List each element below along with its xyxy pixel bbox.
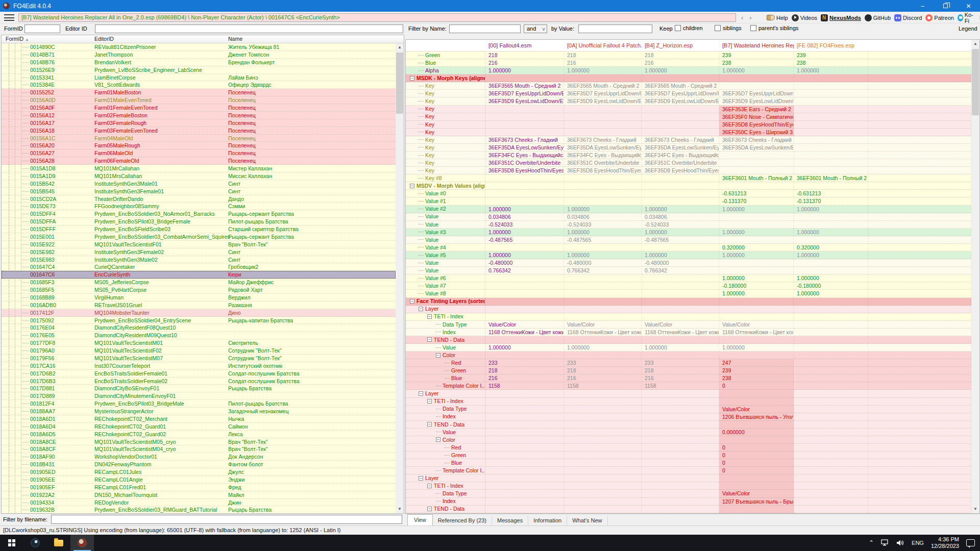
cell-plugin-value[interactable] bbox=[485, 313, 564, 321]
collapse-icon[interactable]: − bbox=[427, 422, 432, 427]
table-row[interactable]: 001685F5MS05_PvtHartCorpseРядовой Харт bbox=[2, 286, 396, 294]
cell-plugin-value[interactable] bbox=[642, 452, 719, 459]
cell-plugin-value[interactable] bbox=[642, 421, 719, 429]
cell-plugin-value[interactable] bbox=[485, 182, 564, 190]
cell-plugin-value[interactable] bbox=[794, 329, 868, 336]
record-node-row[interactable]: −TETI - Index bbox=[406, 313, 971, 321]
cell-plugin-value[interactable] bbox=[794, 444, 868, 452]
cell-plugin-value[interactable] bbox=[794, 121, 868, 129]
cell-plugin-value[interactable]: -0.487565 bbox=[485, 236, 564, 244]
cell-plugin-value[interactable] bbox=[719, 298, 794, 306]
cell-plugin-value[interactable] bbox=[719, 213, 794, 221]
toolbar-link-nexusmods[interactable]: NexusMods bbox=[821, 14, 861, 21]
record-field-row[interactable]: Red233233233247 bbox=[406, 359, 971, 367]
record-field-row[interactable]: Key36EF35D7 EyesUpprLidDown/Eye...36EF35… bbox=[406, 90, 971, 97]
cell-plugin-value[interactable]: 1.000000 bbox=[642, 206, 719, 213]
cell-plugin-value[interactable] bbox=[719, 352, 794, 359]
scroll-down-icon[interactable]: ▼ bbox=[396, 505, 404, 513]
editorid-input[interactable] bbox=[95, 24, 403, 33]
cell-plugin-value[interactable] bbox=[564, 459, 642, 467]
table-row[interactable]: 0015384EV81_ScottEdwardsОфицер Эдвардс bbox=[2, 81, 396, 89]
table-row[interactable]: 0017D6B3EncBoSTraitsSoldierFemale02Солда… bbox=[2, 378, 396, 385]
right-scrollbar[interactable]: ▲ ▼ bbox=[971, 40, 979, 513]
cell-plugin-value[interactable]: 36EF3565 Mouth - Средний 2 bbox=[642, 82, 719, 90]
minimize-button[interactable]: – bbox=[911, 0, 934, 12]
action-center-icon[interactable] bbox=[966, 539, 975, 546]
cell-plugin-value[interactable] bbox=[485, 352, 564, 359]
cell-plugin-value[interactable]: 1.000000 bbox=[719, 274, 794, 282]
cell-plugin-value[interactable]: 36EF3601 Mouth - Полный 2 bbox=[719, 174, 794, 182]
cell-plugin-value[interactable] bbox=[564, 290, 642, 297]
cell-plugin-value[interactable] bbox=[564, 506, 642, 513]
cell-plugin-value[interactable]: 1206 Въевшаяся пыль - Уголь... bbox=[719, 413, 794, 421]
cell-plugin-value[interactable]: 36EF3673 Cheeks - Гладкий bbox=[485, 136, 564, 144]
cell-plugin-value[interactable]: 36EF3673 Cheeks - Гладкий bbox=[642, 136, 719, 144]
cell-plugin-value[interactable] bbox=[564, 390, 642, 397]
cell-plugin-value[interactable]: 1.000000 bbox=[642, 67, 719, 74]
cell-plugin-value[interactable] bbox=[485, 413, 564, 421]
column-header-name[interactable]: Name bbox=[228, 36, 242, 42]
cell-plugin-value[interactable] bbox=[794, 374, 868, 382]
cell-plugin-value[interactable]: 1.000000 bbox=[719, 252, 794, 259]
cell-plugin-value[interactable] bbox=[794, 474, 868, 482]
cell-plugin-value[interactable]: 1.000000 bbox=[642, 229, 719, 236]
table-row[interactable]: 001526E9Prydwen_LvlBoSScribe_Engineer_La… bbox=[2, 66, 396, 74]
table-row[interactable]: 0016ADB0RETravelJS01GruelРазмазня bbox=[2, 302, 396, 309]
record-field-row[interactable]: Alpha1.0000001.0000001.0000001.0000001.0… bbox=[406, 67, 971, 74]
cell-plugin-value[interactable] bbox=[642, 406, 719, 413]
cell-plugin-value[interactable] bbox=[564, 190, 642, 197]
cell-plugin-value[interactable] bbox=[485, 506, 564, 513]
cell-plugin-value[interactable] bbox=[642, 459, 719, 467]
menu-icon[interactable] bbox=[4, 14, 14, 21]
cell-plugin-value[interactable]: -0.631213 bbox=[719, 190, 794, 197]
cell-plugin-value[interactable] bbox=[485, 197, 564, 205]
table-row[interactable]: 00156A1CFarm04MaleOldПоселенец bbox=[2, 135, 396, 142]
record-field-row[interactable]: Red0 bbox=[406, 444, 971, 452]
record-field-row[interactable]: Value-0.480000-0.480000-0.480000 bbox=[406, 259, 971, 267]
table-row[interactable]: 001905EFRECampLC01Fred01Фред bbox=[2, 484, 396, 491]
cell-plugin-value[interactable] bbox=[642, 390, 719, 397]
table-row[interactable]: 00156A27Farm06MaleOldПоселенец bbox=[2, 149, 396, 157]
cell-plugin-value[interactable] bbox=[564, 406, 642, 413]
table-row[interactable]: 00177DF8MQ101VaultTecScientistM01Смотрит… bbox=[2, 339, 396, 347]
cell-plugin-value[interactable]: 216 bbox=[642, 374, 719, 382]
cell-plugin-value[interactable]: 1207 Въевшаяся пыль - Брызги bbox=[719, 498, 794, 506]
cell-plugin-value[interactable]: 1.000000 bbox=[485, 229, 564, 236]
cell-plugin-value[interactable] bbox=[642, 244, 719, 252]
cell-plugin-value[interactable] bbox=[485, 306, 564, 313]
cell-plugin-value[interactable] bbox=[485, 244, 564, 252]
cell-plugin-value[interactable] bbox=[564, 467, 642, 474]
table-row[interactable]: 0015DFF4Prydwen_EncBoSSoldier03_NoArmor0… bbox=[2, 210, 396, 218]
cell-plugin-value[interactable] bbox=[564, 113, 642, 121]
table-row[interactable]: 0017CA16Inst307CourserTeleportИнститутск… bbox=[2, 362, 396, 370]
cell-plugin-value[interactable] bbox=[794, 113, 868, 121]
cell-plugin-value[interactable] bbox=[564, 452, 642, 459]
cell-plugin-value[interactable]: 0.034806 bbox=[485, 213, 564, 221]
cell-plugin-value[interactable] bbox=[794, 429, 868, 436]
cell-plugin-value[interactable]: 216 bbox=[485, 374, 564, 382]
cell-plugin-value[interactable]: 1.000000 bbox=[564, 229, 642, 236]
table-row[interactable]: 00156A0FFarm01FemaleEvenTonedПоселенец bbox=[2, 104, 396, 112]
record-field-row[interactable]: Key36EF34FC Eyes - Выдающийся 236EF34FC … bbox=[406, 152, 971, 159]
record-node-row[interactable]: −MSDK - Morph Keys (aligne... bbox=[406, 74, 971, 82]
cell-plugin-value[interactable] bbox=[794, 321, 868, 329]
cell-plugin-value[interactable] bbox=[794, 306, 868, 313]
cell-plugin-value[interactable]: -0.480000 bbox=[642, 259, 719, 267]
record-field-row[interactable]: Green218218218239239 bbox=[406, 52, 971, 59]
table-row[interactable]: 0018A6D4REChokepointCT02_Guard01Саймон bbox=[2, 423, 396, 431]
cell-plugin-value[interactable] bbox=[485, 74, 564, 82]
cell-plugin-value[interactable] bbox=[564, 197, 642, 205]
table-row[interactable]: 001685F3MS05_JefferiesCorpseМайор Джеффр… bbox=[2, 279, 396, 286]
cell-plugin-value[interactable]: 238 bbox=[719, 59, 794, 67]
cell-plugin-value[interactable]: Value/Color bbox=[642, 321, 719, 329]
column-header-editorid[interactable]: EditorID bbox=[94, 36, 114, 42]
speaker-icon[interactable] bbox=[896, 539, 904, 546]
cell-plugin-value[interactable]: 0.766342 bbox=[485, 267, 564, 274]
cell-plugin-value[interactable]: 36EF35D9 EyesLowLidDown/Eyes... bbox=[485, 97, 564, 105]
cell-plugin-value[interactable]: 1.000000 bbox=[564, 67, 642, 74]
cell-plugin-value[interactable] bbox=[719, 390, 794, 397]
cell-plugin-value[interactable]: 1.000000 bbox=[485, 344, 564, 352]
record-field-row[interactable]: Data TypeValue/Color bbox=[406, 490, 971, 497]
cell-plugin-value[interactable] bbox=[642, 74, 719, 82]
cell-plugin-value[interactable] bbox=[794, 398, 868, 406]
